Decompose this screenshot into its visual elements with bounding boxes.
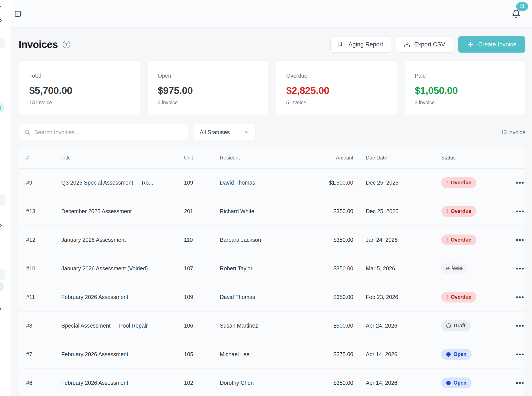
circle-outline-icon [446, 323, 451, 328]
row-actions-button[interactable] [516, 207, 525, 216]
sidebar-toggle-button[interactable] [13, 10, 22, 18]
filter-bar: All Statuses 13 invoice [19, 124, 525, 140]
table-row[interactable]: #8 Special Assessment — Pool Repair 106 … [19, 312, 525, 340]
notification-count-badge: 11 [516, 2, 528, 11]
bell-icon [512, 16, 521, 19]
amount-cell: $350.00 [312, 265, 366, 272]
sidebar-item-tile[interactable] [0, 38, 5, 48]
invoice-number-cell: #11 [26, 294, 61, 300]
table-row[interactable]: #11 February 2026 Assessment 109 David T… [19, 283, 525, 312]
invoice-title-cell: January 2026 Assessment [61, 237, 184, 243]
amount-cell: $500.00 [312, 322, 366, 329]
resident-cell: Barbara Jackson [220, 237, 312, 243]
status-cell: !Overdue [441, 177, 516, 188]
unit-cell: 102 [184, 380, 220, 386]
table-row[interactable]: #10 January 2026 Assessment (Voided) 107… [19, 254, 525, 283]
status-filter-select[interactable]: All Statuses [194, 124, 255, 140]
row-actions-button[interactable] [516, 264, 525, 274]
dot-icon [446, 381, 451, 385]
create-invoice-label: Create Invoice [478, 41, 516, 48]
header-actions: Aging Report Export CSV Create Invoice [330, 36, 525, 52]
due-date-cell: Apr 14, 2026 [366, 351, 441, 357]
status-filter-value: All Statuses [200, 129, 230, 136]
exclamation-icon: ! [446, 294, 448, 300]
unit-cell: 105 [184, 351, 220, 357]
ellipsis-icon [516, 382, 524, 384]
topbar: 11 [11, 0, 532, 28]
card-label: Open [158, 73, 258, 79]
ellipsis-icon [516, 325, 524, 327]
table-body: #9 Q3 2025 Special Assessment — Ro... 10… [19, 169, 525, 396]
exclamation-icon: ! [446, 180, 448, 186]
row-actions-button[interactable] [516, 292, 525, 302]
due-date-cell: Feb 23, 2026 [366, 294, 441, 300]
invoice-number-cell: #9 [26, 180, 61, 186]
row-actions-button[interactable] [516, 349, 525, 359]
amount-cell: $350.00 [312, 237, 366, 243]
sidebar-item-tile[interactable] [0, 195, 5, 205]
create-invoice-button[interactable]: Create Invoice [458, 36, 525, 52]
status-badge: ✕Void [441, 263, 467, 274]
invoices-table: # Title Unit Resident Amount Due Date St… [19, 147, 525, 396]
export-csv-button[interactable]: Export CSV [396, 36, 453, 52]
status-cell: ✕Void [441, 263, 516, 274]
invoice-number-cell: #13 [26, 208, 61, 215]
due-date-cell: Dec 25, 2025 [366, 208, 441, 215]
aging-report-button[interactable]: Aging Report [330, 36, 391, 52]
summary-card: Total $5,700.00 13 invoice [19, 60, 140, 115]
sidebar-item-tile[interactable] [0, 269, 5, 280]
resident-cell: Susan Martinez [220, 322, 312, 329]
search-box [19, 124, 188, 140]
chevron-down-icon [244, 129, 250, 135]
row-actions-button[interactable] [516, 235, 525, 245]
table-row[interactable]: #6 February 2026 Assessment 102 Dorothy … [19, 369, 525, 396]
card-label: Overdue [286, 73, 386, 79]
status-badge: Open [441, 349, 472, 360]
unit-cell: 201 [184, 208, 220, 215]
sidebar-divider [0, 255, 11, 255]
table-row[interactable]: #13 December 2025 Assessment 201 Richard… [19, 197, 525, 226]
table-row[interactable]: #9 Q3 2025 Special Assessment — Ro... 10… [19, 169, 525, 197]
card-label: Paid [415, 73, 515, 79]
search-icon [24, 129, 30, 135]
invoice-number-cell: #8 [26, 322, 61, 329]
result-count: 13 invoice [501, 129, 525, 135]
table-header-row: # Title Unit Resident Amount Due Date St… [19, 147, 525, 169]
ellipsis-icon [516, 210, 524, 213]
export-csv-label: Export CSV [414, 41, 445, 48]
unit-cell: 109 [184, 180, 220, 186]
summary-cards: Total $5,700.00 13 invoice Open $975.00 … [19, 60, 525, 115]
row-actions-button[interactable] [516, 378, 525, 388]
ellipsis-icon [516, 181, 524, 184]
row-actions-button[interactable] [516, 178, 525, 188]
status-badge: !Overdue [441, 177, 476, 188]
amount-cell: $350.00 [312, 208, 366, 215]
ellipsis-icon [516, 267, 524, 270]
unit-cell: 109 [184, 294, 220, 300]
aging-report-label: Aging Report [349, 41, 383, 48]
unit-cell: 107 [184, 265, 220, 272]
collapsed-sidebar-strip: ·· 4 ▸ [0, 0, 11, 396]
card-value: $1,050.00 [415, 85, 515, 96]
invoice-title-cell: February 2026 Assessment [61, 294, 184, 300]
table-row[interactable]: #7 February 2026 Assessment 105 Michael … [19, 340, 525, 369]
status-cell: !Overdue [441, 206, 516, 217]
status-cell: Open [441, 349, 516, 360]
due-date-cell: Apr 14, 2026 [366, 380, 441, 386]
due-date-cell: Dec 25, 2025 [366, 180, 441, 186]
table-row[interactable]: #12 January 2026 Assessment 110 Barbara … [19, 226, 525, 254]
invoice-title-cell: January 2026 Assessment (Voided) [61, 265, 184, 272]
invoice-number-cell: #12 [26, 237, 61, 243]
unit-cell: 106 [184, 322, 220, 329]
help-icon[interactable]: ? [63, 41, 70, 48]
status-cell: !Overdue [441, 292, 516, 303]
row-actions-button[interactable] [516, 321, 525, 331]
card-label: Total [29, 73, 130, 79]
search-input[interactable] [34, 129, 183, 136]
col-header-number: # [26, 155, 61, 161]
page-title: Invoices [19, 39, 58, 50]
resident-cell: Michael Lee [220, 351, 312, 357]
invoice-title-cell: Special Assessment — Pool Repair [61, 322, 184, 329]
due-date-cell: Mar 5, 2026 [366, 265, 441, 272]
chevron-right-icon [0, 223, 4, 229]
